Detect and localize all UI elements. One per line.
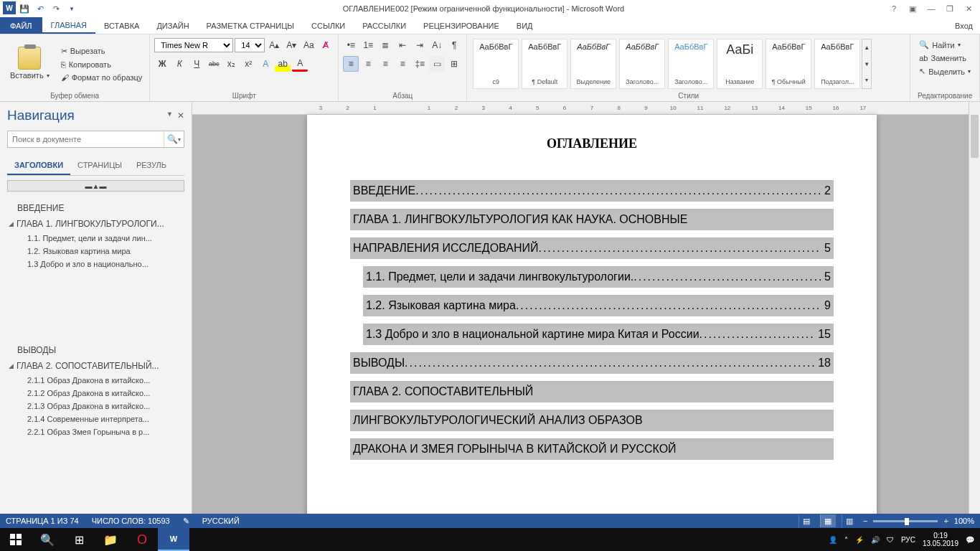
- shrink-font-icon[interactable]: A▾: [283, 37, 299, 53]
- zoom-level[interactable]: 100%: [954, 517, 974, 525]
- word-taskbar-icon[interactable]: W: [158, 528, 189, 551]
- tray-language[interactable]: РУС: [901, 536, 915, 544]
- tab-view[interactable]: ВИД: [508, 17, 542, 34]
- paste-button[interactable]: Вставить ▾: [7, 70, 52, 81]
- multilevel-icon[interactable]: ≣: [377, 37, 393, 53]
- nav-close-icon[interactable]: ✕: [177, 110, 184, 121]
- defender-icon[interactable]: 🛡: [887, 536, 894, 544]
- superscript-icon[interactable]: x²: [240, 56, 256, 72]
- outline-item[interactable]: 1.2. Языковая картина мира: [7, 245, 184, 258]
- redo-icon[interactable]: ↷: [49, 1, 63, 16]
- replace-button[interactable]: abЗаменить: [916, 52, 974, 64]
- sort-icon[interactable]: A↓: [429, 37, 445, 53]
- nav-tab-headings[interactable]: ЗАГОЛОВКИ: [7, 156, 70, 175]
- outline-item[interactable]: 1.1. Предмет, цели и задачи лин...: [7, 232, 184, 245]
- toc-entry[interactable]: ДРАКОНА И ЗМЕЯ ГОРЫНЫЧА В КИТАЙСКОЙ И РУ…: [350, 438, 834, 460]
- style-item-2[interactable]: АаБбВвГВыделение: [570, 39, 616, 89]
- clock[interactable]: 0:1913.05.2019: [923, 532, 958, 547]
- clear-format-icon[interactable]: A̸: [318, 37, 334, 53]
- grow-font-icon[interactable]: A▴: [266, 37, 282, 53]
- task-view-icon[interactable]: ⊞: [63, 528, 95, 551]
- status-word-count[interactable]: ЧИСЛО СЛОВ: 10593: [92, 517, 170, 525]
- outline-item[interactable]: 2.1.3 Образ Дракона в китайско...: [7, 400, 184, 413]
- styles-scroll[interactable]: ▲▼▾: [862, 39, 872, 89]
- bullets-icon[interactable]: •≡: [343, 37, 359, 53]
- restore-icon[interactable]: ❐: [941, 1, 958, 16]
- search-input[interactable]: [8, 131, 164, 147]
- toc-entry[interactable]: 1.1. Предмет, цели и задачи лингвокульту…: [363, 266, 834, 288]
- copy-button[interactable]: ⎘Копировать: [58, 59, 146, 70]
- bold-button[interactable]: Ж: [154, 56, 170, 72]
- outline-item[interactable]: 2.2.1 Образ Змея Горыныча в р...: [7, 425, 184, 438]
- help-icon[interactable]: ?: [885, 1, 903, 16]
- font-size-select[interactable]: 14: [235, 38, 265, 52]
- align-left-icon[interactable]: ≡: [343, 56, 359, 72]
- tab-home[interactable]: ГЛАВНАЯ: [42, 17, 95, 34]
- highlight-icon[interactable]: ab: [275, 56, 291, 72]
- shading-icon[interactable]: ▭: [429, 56, 445, 72]
- toc-entry[interactable]: ГЛАВА 2. СОПОСТАВИТЕЛЬНЫЙ: [350, 381, 834, 402]
- tray-chevron-icon[interactable]: ˄: [844, 536, 848, 544]
- outline-item[interactable]: 2.1.1 Образ Дракона в китайско...: [7, 374, 184, 387]
- triangle-icon[interactable]: ◢: [9, 220, 14, 227]
- toc-entry[interactable]: НАПРАВЛЕНИЯ ИССЛЕДОВАНИЙ ...............…: [350, 237, 834, 259]
- status-page[interactable]: СТРАНИЦА 1 ИЗ 74: [6, 517, 79, 525]
- minimize-icon[interactable]: —: [923, 1, 940, 16]
- nav-options-icon[interactable]: ▼: [166, 110, 173, 121]
- toc-entry[interactable]: ГЛАВА 1. ЛИНГВОКУЛЬТУРОЛОГИЯ КАК НАУКА. …: [350, 209, 834, 230]
- tab-mailings[interactable]: РАССЫЛКИ: [354, 17, 415, 34]
- select-button[interactable]: ↖Выделить ▾: [916, 65, 974, 77]
- nav-search[interactable]: 🔍▾: [7, 131, 184, 148]
- toc-entry[interactable]: 1.2. Языковая картина мира .............…: [363, 295, 834, 316]
- network-icon[interactable]: ⚡: [855, 536, 864, 544]
- file-explorer-icon[interactable]: 📁: [95, 528, 126, 551]
- cut-button[interactable]: ✂Вырезать: [58, 45, 146, 57]
- subscript-icon[interactable]: x₂: [223, 56, 239, 72]
- font-name-select[interactable]: Times New R: [154, 38, 233, 52]
- horizontal-ruler[interactable]: 3211234567891011121314151617: [192, 102, 969, 115]
- increase-indent-icon[interactable]: ⇥: [412, 37, 428, 53]
- outline-item[interactable]: 2.1.2 Образ Дракона в китайско...: [7, 387, 184, 400]
- style-item-5[interactable]: АаБіНазвание: [717, 39, 763, 89]
- outline-item[interactable]: 2.1.4 Современные интерпрета...: [7, 413, 184, 425]
- status-language[interactable]: РУССКИЙ: [202, 517, 240, 525]
- outline-item[interactable]: ВВЕДЕНИЕ: [7, 200, 184, 216]
- toc-entry[interactable]: ВВЕДЕНИЕ................................…: [350, 180, 834, 202]
- toc-entry[interactable]: ВЫВОДЫ..................................…: [350, 352, 834, 374]
- vertical-scrollbar[interactable]: [969, 102, 980, 514]
- triangle-icon[interactable]: ◢: [9, 362, 14, 369]
- align-right-icon[interactable]: ≡: [377, 56, 393, 72]
- zoom-slider[interactable]: [873, 520, 938, 522]
- document-page[interactable]: ОГЛАВЛЕНИЕ ВВЕДЕНИЕ.....................…: [307, 115, 877, 514]
- find-button[interactable]: 🔍Найти ▾: [916, 39, 974, 51]
- tab-review[interactable]: РЕЦЕНЗИРОВАНИЕ: [415, 17, 508, 34]
- text-effects-icon[interactable]: A: [258, 56, 273, 72]
- start-button[interactable]: [0, 528, 32, 551]
- qat-dropdown-icon[interactable]: ▼: [65, 1, 79, 16]
- people-icon[interactable]: 👤: [829, 536, 837, 544]
- outline-item[interactable]: ◢ГЛАВА 1. ЛИНГВОКУЛЬТУРОЛОГИ...: [7, 216, 184, 232]
- action-center-icon[interactable]: 💬: [966, 536, 974, 544]
- zoom-out-button[interactable]: −: [863, 517, 867, 525]
- style-item-1[interactable]: АаБбВвГ¶ Default: [522, 39, 567, 89]
- sign-in-link[interactable]: Вход: [948, 17, 980, 34]
- search-taskbar-icon[interactable]: 🔍: [32, 528, 63, 551]
- style-item-0[interactable]: АаБбВвГс9: [473, 39, 519, 89]
- nav-tab-pages[interactable]: СТРАНИЦЫ: [70, 156, 129, 175]
- italic-button[interactable]: К: [171, 56, 187, 72]
- volume-icon[interactable]: 🔊: [871, 536, 880, 544]
- tab-file[interactable]: ФАЙЛ: [0, 17, 42, 34]
- search-icon[interactable]: 🔍▾: [164, 131, 184, 147]
- change-case-icon[interactable]: Aa: [301, 37, 316, 53]
- paste-icon[interactable]: [18, 47, 41, 70]
- tab-insert[interactable]: ВСТАВКА: [95, 17, 148, 34]
- toc-entry[interactable]: 1.3 Добро и зло в национальной картине м…: [363, 324, 834, 345]
- format-painter-button[interactable]: 🖌Формат по образцу: [58, 72, 146, 83]
- view-print-icon[interactable]: ▦: [820, 514, 836, 527]
- underline-button[interactable]: Ч: [189, 56, 204, 72]
- tab-references[interactable]: ССЫЛКИ: [303, 17, 354, 34]
- zoom-in-button[interactable]: +: [943, 517, 948, 525]
- scrollbar-thumb[interactable]: [971, 115, 979, 158]
- collapse-all-button[interactable]: ▬▲▬: [7, 180, 184, 192]
- style-item-6[interactable]: АаБбВвГ¶ Обычный: [765, 39, 811, 89]
